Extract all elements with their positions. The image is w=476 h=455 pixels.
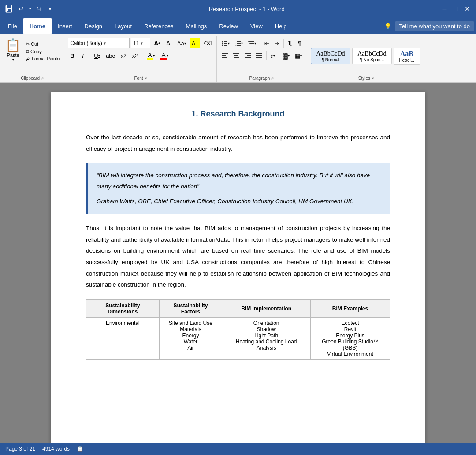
menu-bar: File Home Insert Design Layout Reference… — [0, 18, 476, 34]
clear-format-button[interactable]: ⌫ — [201, 38, 214, 48]
font-family-select[interactable]: Calibri (Body) ▼ — [68, 38, 130, 48]
ribbon-font-group: Calibri (Body) ▼ 11 ▼ A+ A- Aa▾ A ⌫ B I … — [65, 36, 217, 82]
justify-button[interactable] — [254, 50, 264, 61]
bullets-button[interactable]: ▾ — [219, 38, 232, 48]
font-size-dropdown[interactable]: ▼ — [140, 41, 144, 45]
show-formatting-button[interactable]: ¶ — [296, 38, 303, 48]
svg-rect-26 — [234, 55, 238, 56]
svg-rect-7 — [224, 43, 227, 44]
highlight-button[interactable]: A — [190, 38, 200, 48]
accessibility-icon[interactable]: 📋 — [77, 446, 83, 452]
clipboard-launcher[interactable]: ↗ — [41, 76, 44, 81]
format-painter-button[interactable]: 🖌 Format Painter — [24, 56, 62, 62]
menu-view[interactable]: View — [244, 18, 269, 34]
styles-launcher[interactable]: ↗ — [371, 76, 375, 81]
menu-insert[interactable]: Insert — [52, 18, 78, 34]
align-right-button[interactable] — [242, 50, 253, 61]
paste-dropdown[interactable]: ▾ — [12, 58, 14, 62]
menu-references[interactable]: References — [138, 18, 179, 34]
table-header-implementation: BIM Implementation — [222, 300, 311, 318]
style-normal[interactable]: AaBbCcDd ¶ Normal — [311, 48, 350, 64]
subscript-button[interactable]: x2 — [119, 50, 129, 61]
decrease-indent-button[interactable]: ⇤ — [262, 38, 271, 48]
copy-button[interactable]: ⧉ Copy — [24, 48, 62, 55]
undo-button[interactable]: ↩ — [17, 4, 26, 13]
menu-review[interactable]: Review — [213, 18, 244, 34]
align-center-button[interactable] — [231, 50, 242, 61]
sort-button[interactable]: ⇅ — [286, 38, 295, 48]
copy-label: Copy — [30, 49, 42, 54]
change-case-button[interactable]: Aa▾ — [175, 38, 188, 48]
menu-mailings[interactable]: Mailings — [180, 18, 213, 34]
font-family-dropdown[interactable]: ▼ — [103, 41, 107, 45]
close-button[interactable]: ✕ — [463, 4, 472, 13]
menu-home[interactable]: Home — [23, 18, 52, 34]
ribbon-clipboard-group: 📋 Paste ▾ ✂ Cut ⧉ Copy 🖌 Format Painter — [0, 36, 65, 82]
svg-rect-13 — [237, 43, 241, 44]
menu-file[interactable]: File — [2, 18, 23, 34]
quote-author: Graham Watts, OBE, Chief Executive Offic… — [97, 196, 381, 207]
tell-me-box[interactable]: Tell me what you want to do — [395, 21, 474, 31]
redo-button[interactable]: ↪ — [35, 4, 44, 13]
shading-button[interactable]: ▓▾ — [281, 50, 291, 61]
style-heading1[interactable]: AaB Headi... — [394, 48, 420, 65]
shrink-font-button[interactable]: A- — [164, 38, 174, 48]
increase-indent-button[interactable]: ⇥ — [272, 38, 282, 48]
restore-button[interactable]: □ — [452, 4, 459, 13]
numbering-button[interactable]: 1.2.3. ▾ — [233, 38, 245, 48]
cut-button[interactable]: ✂ Cut — [24, 41, 62, 47]
para-sep4 — [279, 51, 279, 60]
save-icon[interactable] — [4, 4, 13, 13]
strikethrough-button[interactable]: abc — [104, 50, 117, 61]
font-separator — [142, 51, 142, 60]
svg-rect-32 — [256, 55, 262, 56]
svg-rect-3 — [7, 9, 8, 11]
document-area[interactable]: 1. Research Background Over the last dec… — [0, 83, 476, 443]
align-left-button[interactable] — [219, 50, 230, 61]
svg-rect-31 — [256, 53, 262, 54]
line-spacing-button[interactable]: ↕▾ — [268, 50, 278, 61]
border-button[interactable]: ▦▾ — [293, 50, 304, 61]
undo-dropdown[interactable]: ▾ — [27, 6, 33, 12]
svg-rect-33 — [256, 57, 262, 58]
document-heading: 1. Research Background — [86, 109, 390, 119]
menu-help[interactable]: Help — [269, 18, 293, 34]
font-color-button[interactable]: A ▾ — [158, 50, 171, 61]
table-row: Environmental Site and Land UseMaterials… — [86, 318, 390, 360]
cut-icon: ✂ — [26, 41, 30, 47]
superscript-button[interactable]: x2 — [130, 50, 140, 61]
text-highlight-button[interactable]: A ▾ — [145, 50, 157, 61]
text-highlight-bar — [147, 58, 153, 60]
svg-rect-17 — [249, 41, 254, 42]
minimize-button[interactable]: ─ — [441, 4, 449, 13]
svg-rect-30 — [245, 57, 251, 58]
status-bar: Page 3 of 21 4914 words 📋 — [0, 443, 476, 455]
title-bar: ↩ ▾ ↪ ▾ Research Prospect - 1 - Word ─ □… — [0, 0, 476, 18]
multilevel-button[interactable]: ▾ — [246, 38, 258, 48]
menu-right: 💡 Tell me what you want to do — [384, 18, 474, 34]
title-bar-left: ↩ ▾ ↪ ▾ — [4, 4, 53, 13]
italic-button[interactable]: I — [80, 50, 90, 61]
grow-font-button[interactable]: A+ — [152, 38, 163, 48]
tell-me-text: Tell me what you want to do — [399, 23, 470, 30]
font-launcher[interactable]: ↗ — [144, 76, 148, 81]
font-size-select[interactable]: 11 ▼ — [131, 38, 150, 48]
font-group-label: Font ↗ — [68, 74, 214, 81]
svg-rect-23 — [222, 55, 226, 56]
font-color-bar — [160, 58, 167, 60]
style-no-spacing[interactable]: AaBbCcDd ¶ No Spac... — [352, 48, 392, 64]
title-bar-center: Research Prospect - 1 - Word — [53, 6, 441, 12]
svg-point-18 — [249, 43, 250, 44]
menu-design[interactable]: Design — [78, 18, 108, 34]
help-icon: 💡 — [384, 23, 391, 30]
svg-rect-24 — [222, 57, 227, 58]
quick-access-more[interactable]: ▾ — [47, 6, 53, 12]
para-launcher[interactable]: ↗ — [271, 76, 274, 81]
svg-rect-9 — [224, 45, 227, 46]
quote-text: “BIM will integrate the construction pro… — [97, 170, 381, 192]
menu-layout[interactable]: Layout — [108, 18, 138, 34]
bold-button[interactable]: B — [68, 50, 78, 61]
paste-button[interactable]: 📋 Paste ▾ — [3, 38, 23, 63]
svg-rect-19 — [250, 43, 254, 44]
underline-button[interactable]: U▾ — [92, 50, 102, 61]
